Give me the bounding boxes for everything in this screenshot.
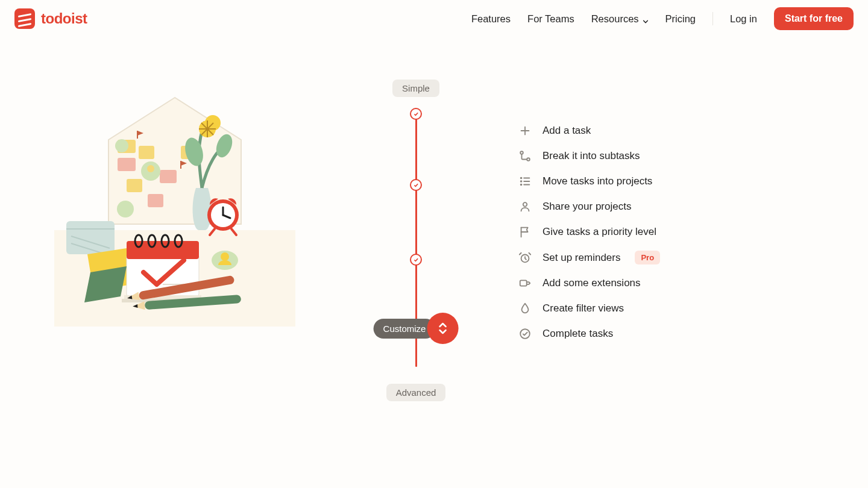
svg-point-44 — [221, 252, 229, 261]
feature-reminders: Set up reminders Pro — [518, 251, 868, 264]
feature-add-task: Add a task — [518, 124, 868, 137]
svg-point-11 — [115, 139, 128, 152]
nav-resources[interactable]: Resources — [591, 13, 649, 25]
feature-projects: Move tasks into projects — [518, 175, 868, 188]
feature-filters: Create filter views — [518, 302, 868, 315]
feature-label: Share your projects — [542, 201, 631, 213]
svg-point-58 — [521, 181, 522, 182]
feature-priority: Give tasks a priority level — [518, 225, 868, 239]
feature-label: Add a task — [542, 125, 591, 137]
svg-point-56 — [521, 178, 522, 179]
person-icon — [518, 200, 532, 213]
illustration-column — [0, 74, 350, 401]
logo-icon — [14, 8, 35, 29]
feature-subtasks: Break it into subtasks — [518, 149, 868, 163]
start-for-free-button[interactable]: Start for free — [774, 7, 854, 30]
slider-handle-group: Customize — [374, 313, 459, 344]
feature-extensions: Add some extensions — [518, 277, 868, 290]
svg-rect-4 — [160, 170, 177, 183]
chevron-down-icon — [643, 16, 649, 22]
svg-rect-7 — [148, 194, 163, 207]
feature-label: Break it into subtasks — [542, 150, 640, 162]
svg-rect-6 — [127, 179, 142, 192]
feature-label: Add some extensions — [542, 277, 641, 289]
svg-point-9 — [147, 165, 154, 172]
feature-label: Give tasks a priority level — [542, 226, 656, 238]
desk-illustration — [54, 74, 295, 327]
complexity-slider: Simple Customize Ad — [350, 74, 482, 401]
slider-top-label: Simple — [392, 80, 439, 97]
nav-pricing[interactable]: Pricing — [665, 13, 696, 25]
alarm-icon — [518, 251, 532, 264]
slider-handle[interactable] — [427, 313, 458, 344]
check-circle-icon — [518, 327, 532, 340]
nav-features[interactable]: Features — [471, 13, 511, 25]
plus-icon — [518, 124, 532, 137]
nav-right: Features For Teams Resources Pricing Log… — [471, 7, 854, 30]
nav-resources-label: Resources — [591, 13, 639, 25]
chevrons-vertical-icon — [437, 322, 448, 335]
feature-share: Share your projects — [518, 200, 868, 213]
main-content: Simple Customize Ad — [0, 37, 868, 401]
flag-icon — [518, 225, 532, 239]
slider-stop-1[interactable] — [410, 108, 422, 120]
logo[interactable]: todoist — [14, 8, 87, 29]
customize-tooltip: Customize — [374, 319, 436, 339]
feature-label: Set up reminders — [542, 252, 620, 264]
slider-stop-2[interactable] — [410, 179, 422, 191]
feature-complete: Complete tasks — [518, 327, 868, 340]
logo-wordmark: todoist — [41, 10, 87, 27]
svg-point-62 — [523, 202, 527, 206]
pro-badge: Pro — [635, 251, 660, 264]
feature-label: Move tasks into projects — [542, 175, 652, 187]
svg-point-10 — [117, 201, 134, 217]
svg-rect-2 — [118, 158, 136, 171]
extension-icon — [518, 277, 532, 290]
droplet-icon — [518, 302, 532, 315]
svg-point-60 — [521, 184, 522, 186]
feature-label: Create filter views — [542, 302, 624, 314]
subtask-icon — [518, 149, 532, 163]
nav-for-teams[interactable]: For Teams — [527, 13, 574, 25]
nav-login[interactable]: Log in — [730, 13, 757, 25]
feature-label: Complete tasks — [542, 328, 613, 340]
list-icon — [518, 175, 532, 188]
svg-rect-3 — [139, 146, 154, 159]
nav-divider — [712, 12, 713, 25]
svg-point-65 — [520, 329, 530, 339]
svg-rect-64 — [520, 280, 527, 286]
feature-list: Add a task Break it into subtasks Move t… — [482, 74, 868, 401]
slider-stop-3[interactable] — [410, 254, 422, 266]
top-nav: todoist Features For Teams Resources Pri… — [0, 0, 868, 37]
svg-point-55 — [527, 158, 530, 161]
slider-bottom-label: Advanced — [386, 384, 446, 401]
